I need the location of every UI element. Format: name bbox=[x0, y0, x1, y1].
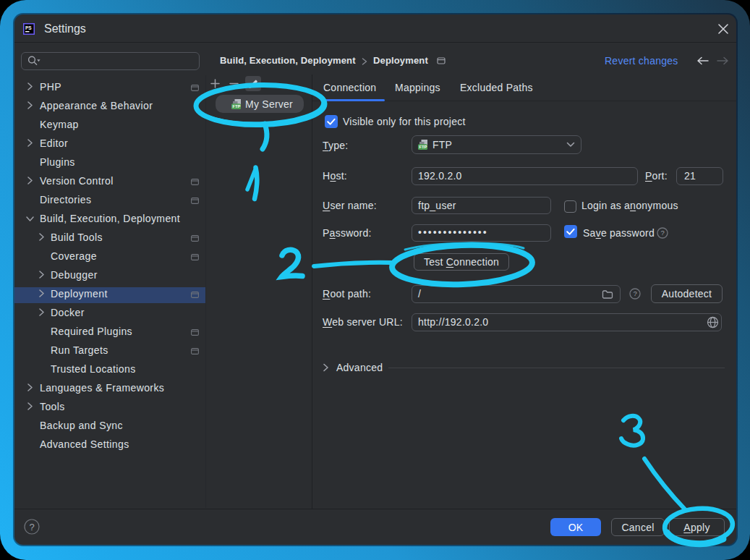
svg-text:PS: PS bbox=[25, 25, 32, 30]
svg-text:?: ? bbox=[634, 289, 637, 297]
svg-text:FTP: FTP bbox=[232, 104, 240, 109]
svg-text:?: ? bbox=[661, 229, 665, 237]
svg-text:?: ? bbox=[30, 522, 35, 533]
svg-text:FTP: FTP bbox=[419, 145, 427, 149]
